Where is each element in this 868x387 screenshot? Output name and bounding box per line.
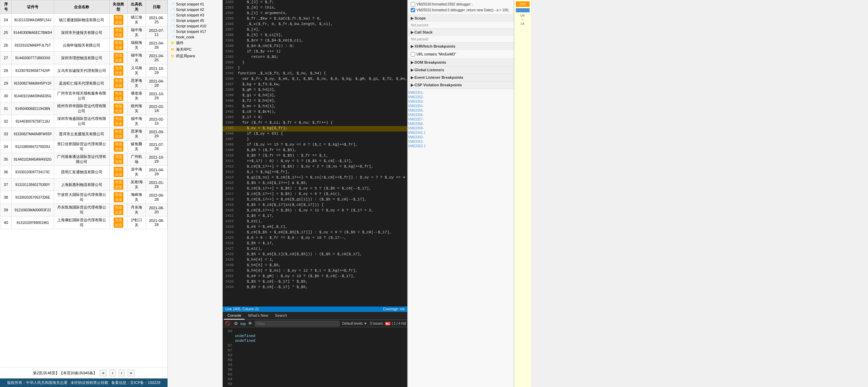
file-icon: 📄 [171, 8, 175, 12]
next-page-btn[interactable]: › [119, 370, 125, 376]
line-content: $_$5 = $_17, [236, 214, 407, 218]
vm-link[interactable]: VM63358- [408, 122, 514, 126]
vm-link[interactable]: VM63351- [408, 90, 514, 95]
file-tree-item[interactable]: 📄Script snippet #2 [168, 7, 222, 12]
vm-link[interactable]: VM63342-1 [408, 130, 514, 135]
file-tree-item[interactable]: 📄Script snippet #3 [168, 12, 222, 18]
line-content: $_fr._$kw = $_kpC($_fr.$_kw) ? 0, [236, 16, 407, 21]
console-line: 62 [225, 372, 405, 377]
file-tree-item[interactable]: 📁海关RPC [168, 46, 222, 53]
line-content: $_$5 = $_c8[--$_17] * $_$5, [236, 285, 407, 289]
code-line: 2434 $_$5 = $_c8[--$_17] * $_$5, [223, 285, 407, 290]
line-content: $_gi[$_ns] = $_c8[$_17++] = $_cx[!$_c8[+… [236, 175, 407, 179]
url-contains-label: URL contains "MmEwMD" [417, 52, 456, 56]
file-tree-item[interactable]: 📄Script snippet #10 [168, 23, 222, 29]
csp-bp-header[interactable]: ▶ CSP Violation Breakpoints [408, 82, 514, 89]
tab-search[interactable]: Search [272, 312, 290, 320]
file-tree-item[interactable]: 📁插件 [168, 40, 222, 46]
file-tree-item[interactable]: 📁药监局para [168, 53, 222, 59]
page-info: 第2页/共48页】【本页20条/共945条】 [33, 371, 97, 376]
col-header-id: 证件号 [12, 0, 54, 14]
file-tree-item[interactable]: 📄Script snippet #17 [168, 29, 222, 34]
line-number: 2421 [223, 214, 236, 218]
console-top-label[interactable]: top [240, 322, 246, 326]
file-name: hook_cook [176, 35, 194, 39]
tab-console[interactable]: Console [224, 312, 245, 320]
url-contains-checkbox[interactable] [411, 52, 415, 57]
line-content: $_c8[$_17++] = !$_$5) : $_oy < 2 ? ($_ns… [236, 164, 407, 168]
line-number: 2431 [223, 269, 236, 273]
callstack-header[interactable]: ▶ Call Stack [408, 29, 514, 36]
code-line: 2426 $_$5 = $_17, [223, 241, 407, 247]
line-content: $_c8[$_17++] = $_e6[$_gi[1]]) : ($_$5 = … [236, 197, 407, 201]
console-settings-btn[interactable]: ⚙ [233, 321, 239, 326]
table-row: 33 91530827MA6N8FW55P 普洱市云羌通报关有限公司 失信企业 … [0, 128, 168, 140]
line-number: 2426 [223, 241, 236, 245]
dom-breakpoints-header[interactable]: ▶ DOM Breakpoints [408, 59, 514, 66]
file-tree: 📄Script snippet #1📄Script snippet #2📄Scr… [168, 0, 223, 387]
vm-link[interactable]: VM63355- [408, 108, 514, 113]
console-filter-input[interactable] [255, 321, 339, 326]
code-line: 2413 $_t = $_kg[++$_fr], [223, 170, 407, 175]
bp-checkbox-2[interactable] [411, 8, 415, 12]
line-number: 2414 [223, 175, 236, 179]
line-number: 2411 [223, 159, 236, 163]
line-content: } [236, 66, 407, 70]
table-row: 30 91440101MA59N6E05G 广州市宏丰报关报检服务有限公司 失信… [0, 90, 168, 102]
file-name: 插件 [176, 40, 184, 46]
code-line: 2397 $_kg = $_f3.$_kw, [223, 82, 407, 88]
line-number: 2402 [223, 110, 236, 114]
line-number: 2408 [223, 142, 236, 147]
callstack-section: ▶ Call Stack Not paused [408, 29, 514, 43]
line-number: 2419 [223, 203, 236, 207]
status-badge: 失信企业 [114, 154, 123, 164]
status-badge: 失信企业 [114, 27, 123, 38]
event-listener-bp-header[interactable]: ▶ Event Listener Breakpoints [408, 74, 514, 81]
last-page-btn[interactable]: » [127, 370, 135, 376]
bp-checkbox-1[interactable] [411, 2, 415, 7]
file-tree-item[interactable]: 📄hook_cook [168, 34, 222, 40]
line-content: $_f2 = $_h4[0], [236, 99, 407, 103]
code-line: 2392 return $_$S; [223, 55, 407, 60]
line-number: 2386 [223, 22, 236, 26]
line-content: $_c8[$_17++] = $_$5) : $_oy < 5 ? ($_$5 … [236, 186, 407, 190]
first-page-btn[interactable]: « [100, 370, 107, 376]
vm-link[interactable]: VM63357- [408, 117, 514, 122]
line-number: 2412 [223, 164, 236, 168]
prev-page-btn[interactable]: ‹ [110, 370, 116, 376]
clear-console-btn[interactable]: 🚫 [224, 321, 232, 326]
scope-header[interactable]: ▶ Scope [408, 15, 514, 22]
vm-link[interactable]: VM63362-1 [408, 144, 514, 148]
tab-whats-new[interactable]: What's New [245, 312, 271, 320]
vm-link[interactable]: VM63353- [408, 99, 514, 104]
vm-link[interactable]: VM63354- [408, 104, 514, 108]
console-line: 53 [225, 353, 405, 358]
vm-link[interactable]: VM63360- [408, 135, 514, 139]
col-header-name: 企业名称 [54, 0, 109, 14]
file-tree-item[interactable]: 📄Script snippet #1 [168, 1, 222, 7]
console-eye-btn[interactable]: 👁 [247, 321, 253, 326]
line-number: 2397 [223, 82, 236, 86]
line-content: $_e1(), [236, 247, 407, 251]
line-number: 2396 [223, 77, 236, 81]
breakpoints-section: VM25530:formatted:2582 debugger ; VM2553… [408, 0, 514, 15]
vm-link[interactable]: VM63359- [408, 126, 514, 130]
col-header-type: 失信类型 [110, 0, 128, 14]
code-line: 2403 $_17 = 0; [223, 115, 407, 121]
status-badge: 失信企业 [114, 205, 123, 215]
vm-link[interactable]: VM63352- [408, 95, 514, 99]
code-line: 2384 $_[1] = arguments, [223, 11, 407, 16]
side-marker-1 [516, 8, 530, 12]
vm-link[interactable]: VM63361- [408, 139, 514, 144]
global-listeners-header[interactable]: ▶ Global Listeners [408, 66, 514, 74]
vm-link[interactable]: VM63356- [408, 113, 514, 117]
console-line: 43 [225, 362, 405, 367]
file-tree-item[interactable]: 📄Script snippet #5 [168, 18, 222, 23]
code-line: 2406 if ($_oy < 63) { [223, 132, 407, 137]
default-levels-label[interactable]: Default levels ▼ [342, 322, 367, 325]
xhr-breakpoints-header[interactable]: ▶ XHR/fetch Breakpoints [408, 43, 514, 50]
status-badge: 失信企业 [114, 192, 123, 202]
line-number: 2403 [223, 115, 236, 119]
line-number: 2404 [223, 121, 236, 125]
line-content: $_[0] = this, [236, 5, 407, 10]
